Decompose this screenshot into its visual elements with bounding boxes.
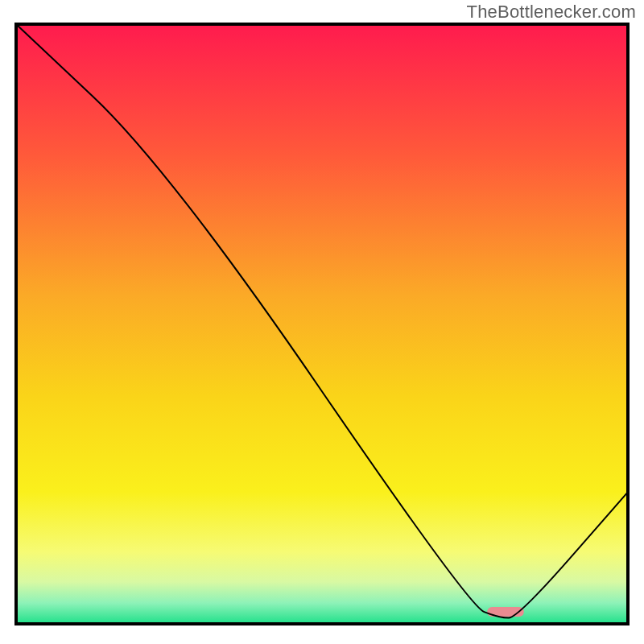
- watermark-text: TheBottlenecker.com: [467, 2, 636, 23]
- chart-svg: [0, 0, 644, 644]
- bottleneck-chart: TheBottlenecker.com: [0, 0, 644, 644]
- gradient-plot-area: [16, 24, 628, 624]
